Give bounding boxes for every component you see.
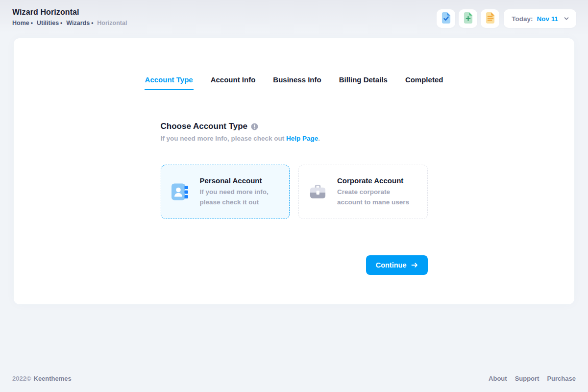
option-title: Personal Account [200, 176, 280, 185]
address-book-icon [171, 183, 190, 201]
briefcase-icon [309, 183, 327, 200]
wizard-card: Account Type Account Info Business Info … [14, 38, 574, 304]
footer-link-support[interactable]: Support [515, 375, 539, 382]
file-plus-icon [463, 12, 473, 25]
breadcrumb-wizards[interactable]: Wizards [66, 20, 90, 26]
section-heading: Choose Account Type [161, 122, 248, 131]
tab-account-type[interactable]: Account Type [145, 75, 194, 90]
footer-link-about[interactable]: About [489, 375, 507, 382]
continue-label: Continue [376, 261, 407, 269]
copyright-year: 2022© [12, 375, 31, 382]
section-subheading: If you need more info, please check out … [161, 135, 428, 142]
footer-link-purchase[interactable]: Purchase [547, 375, 576, 382]
file-check-button[interactable] [437, 9, 455, 28]
file-add-button[interactable] [459, 9, 477, 28]
option-personal-account[interactable]: Personal Account If you need more info, … [161, 165, 290, 219]
date-picker-button[interactable]: Today: Nov 11 [504, 9, 576, 28]
breadcrumb-home[interactable]: Home [12, 20, 29, 26]
info-icon[interactable] [251, 123, 258, 130]
tab-billing-details[interactable]: Billing Details [339, 75, 388, 90]
tab-completed[interactable]: Completed [405, 75, 444, 90]
breadcrumb-utilities[interactable]: Utilities [37, 20, 59, 26]
page-header: Wizard Horizontal Home • Utilities • Wiz… [0, 0, 588, 38]
wizard-stepper: Account Type Account Info Business Info … [14, 38, 574, 90]
page: Wizard Horizontal Home • Utilities • Wiz… [0, 0, 588, 392]
option-description: Create corporate account to mane users [337, 187, 417, 208]
page-heading-block: Wizard Horizontal Home • Utilities • Wiz… [12, 8, 127, 26]
breadcrumb-horizontal: Horizontal [97, 20, 127, 26]
file-lines-icon [485, 12, 495, 25]
tab-business-info[interactable]: Business Info [272, 75, 321, 90]
date-label: Today: [512, 15, 533, 23]
breadcrumb-separator: • [31, 20, 33, 26]
date-value: Nov 11 [537, 15, 558, 23]
subheading-suffix: . [318, 135, 320, 142]
breadcrumb: Home • Utilities • Wizards • Horizontal [12, 20, 127, 26]
footer-menu: About Support Purchase [489, 375, 576, 382]
section-heading-row: Choose Account Type [161, 122, 428, 131]
toolbar-actions: Today: Nov 11 [437, 9, 576, 28]
account-type-options: Personal Account If you need more info, … [161, 165, 428, 219]
tab-account-info[interactable]: Account Info [210, 75, 256, 90]
breadcrumb-separator: • [60, 20, 62, 26]
wizard-form: Choose Account Type If you need more inf… [161, 122, 428, 275]
keenthemes-link[interactable]: Keenthemes [34, 375, 72, 382]
option-description: If you need more info, please check it o… [200, 187, 280, 208]
page-title: Wizard Horizontal [12, 8, 127, 17]
help-page-link[interactable]: Help Page [286, 135, 318, 142]
arrow-right-icon [411, 262, 418, 268]
file-lines-button[interactable] [481, 9, 499, 28]
continue-button[interactable]: Continue [366, 255, 428, 275]
option-text: Personal Account If you need more info, … [200, 176, 280, 208]
option-title: Corporate Account [337, 176, 417, 185]
chevron-down-icon [561, 16, 569, 22]
option-text: Corporate Account Create corporate accou… [337, 176, 417, 208]
option-corporate-account[interactable]: Corporate Account Create corporate accou… [298, 165, 428, 219]
wizard-actions: Continue [161, 255, 428, 275]
file-check-icon [441, 12, 451, 25]
page-footer: 2022© Keenthemes About Support Purchase [0, 375, 588, 392]
subheading-text: If you need more info, please check out [161, 135, 285, 142]
footer-copyright: 2022© Keenthemes [12, 375, 72, 382]
breadcrumb-separator: • [91, 20, 93, 26]
